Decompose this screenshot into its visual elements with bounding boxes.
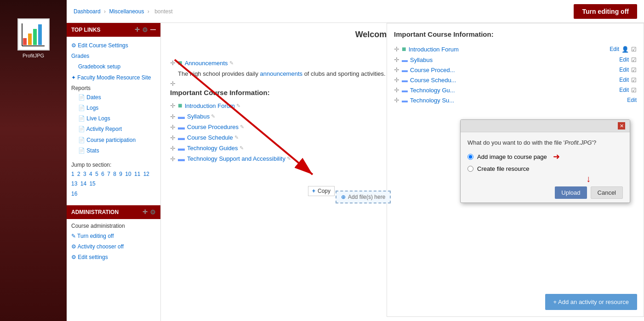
cancel-button[interactable]: Cancel bbox=[591, 186, 623, 199]
pencil-support: ✎ bbox=[287, 156, 291, 162]
pencil-schedule: ✎ bbox=[234, 135, 239, 141]
move-procedures[interactable]: ✛ bbox=[170, 124, 176, 131]
admin-header: ADMINISTRATION ✛ ⚙ bbox=[67, 205, 160, 219]
jump-label: Jump to section: bbox=[71, 162, 156, 168]
gradebook-setup-link[interactable]: Gradebook setup bbox=[71, 62, 156, 72]
breadcrumb-miscellaneous[interactable]: Miscellaneous bbox=[109, 8, 144, 15]
live-logs-link[interactable]: 📄 Live Logs bbox=[71, 113, 156, 124]
page-icon-syllabus: ▬ bbox=[178, 113, 185, 120]
collapse-icon[interactable]: — bbox=[150, 26, 156, 34]
empty-row: ✛ Edit bbox=[170, 79, 635, 89]
jump-16[interactable]: 16 bbox=[71, 191, 77, 197]
jump-7[interactable]: 7 bbox=[107, 171, 110, 177]
jump-numbers: 1 2 3 4 5 6 7 8 9 10 11 12 13 14 15 16 bbox=[71, 169, 156, 199]
svg-rect-3 bbox=[38, 24, 42, 45]
jump-4[interactable]: 4 bbox=[89, 171, 92, 177]
doc-icon-dates: 📄 bbox=[78, 94, 85, 101]
move-tech-support[interactable]: ✛ bbox=[170, 155, 176, 163]
copy-label: Copy bbox=[318, 188, 331, 194]
activity-report-link[interactable]: 📄 Activity Report bbox=[71, 124, 156, 135]
top-links-header: TOP LINKS ✛ ⚙ — bbox=[67, 23, 160, 37]
jump-3[interactable]: 3 bbox=[83, 171, 86, 177]
profit-file-icon bbox=[17, 18, 50, 51]
edit-ann-link[interactable]: Edit bbox=[616, 60, 625, 66]
dialog-header: ✕ bbox=[461, 120, 630, 132]
syllabus-link[interactable]: Syllabus bbox=[187, 113, 210, 120]
logs-link[interactable]: 📄 Logs bbox=[71, 103, 156, 113]
jump-15[interactable]: 15 bbox=[89, 180, 95, 187]
move-announcements[interactable]: ✛ bbox=[170, 59, 176, 67]
dialog-footer: ↓ Upload Cancel bbox=[461, 183, 630, 203]
dialog-close-button[interactable]: ✕ bbox=[618, 122, 625, 130]
jump-2[interactable]: 2 bbox=[77, 171, 80, 177]
jump-10[interactable]: 10 bbox=[125, 171, 131, 177]
grades-link[interactable]: Grades bbox=[71, 51, 156, 62]
turn-editing-off-button[interactable]: Turn editing off bbox=[574, 4, 637, 19]
move-icon[interactable]: ✛ bbox=[135, 26, 140, 34]
top-links-links: ⚙ Edit Course Settings Grades Gradebook … bbox=[67, 37, 160, 160]
jump-6[interactable]: 6 bbox=[101, 171, 104, 177]
announcements-link[interactable]: Announcements bbox=[185, 60, 228, 67]
page-icon-procedures: ▬ bbox=[178, 123, 185, 131]
drop-zone[interactable]: ⊕ Add file(s) here bbox=[336, 191, 391, 203]
check-intro: ☑ bbox=[629, 102, 635, 109]
important-section-title: Important Course Information: bbox=[170, 89, 635, 96]
jump-13[interactable]: 13 bbox=[71, 180, 77, 187]
syllabus-edit-controls: Edit ☑ bbox=[617, 113, 635, 120]
edit-intro-link[interactable]: Edit bbox=[608, 102, 617, 109]
create-file-radio[interactable] bbox=[467, 166, 473, 172]
jump-12[interactable]: 12 bbox=[143, 171, 149, 177]
jump-8[interactable]: 8 bbox=[113, 171, 116, 177]
move-intro-forum[interactable]: ✛ bbox=[170, 102, 176, 109]
admin-gear-icon[interactable]: ⚙ bbox=[150, 208, 156, 216]
breadcrumb-dashboard[interactable]: Dashboard bbox=[74, 8, 101, 15]
stats-link[interactable]: 📄 Stats bbox=[71, 146, 156, 156]
page-icon-tech: ▬ bbox=[178, 144, 185, 152]
move-empty[interactable]: ✛ bbox=[170, 80, 176, 87]
arrow-upload-indicator: ↓ bbox=[586, 174, 591, 184]
add-image-radio[interactable] bbox=[467, 154, 473, 160]
course-schedule-link[interactable]: Course Schedule bbox=[187, 134, 233, 141]
tech-support-link[interactable]: Technology Support and Accessibility bbox=[187, 155, 285, 162]
jump-1[interactable]: 1 bbox=[71, 171, 74, 177]
jump-11[interactable]: 11 bbox=[134, 171, 140, 177]
move-tech-guides[interactable]: ✛ bbox=[170, 145, 176, 152]
breadcrumb: Dashboard › Miscellaneous › bontest bbox=[74, 8, 175, 15]
turn-editing-off-nav-link[interactable]: ✎ Turn editing off bbox=[71, 231, 156, 242]
activity-chooser-link[interactable]: ⚙ Activity chooser off bbox=[71, 242, 156, 252]
intro-forum-link[interactable]: Introduction Forum bbox=[185, 102, 235, 109]
announcements-desc-row: ✛ The high school provides daily announc… bbox=[170, 68, 635, 79]
course-participation-link[interactable]: 📄 Course participation bbox=[71, 135, 156, 146]
edit-settings-link[interactable]: ⚙ Edit settings bbox=[71, 252, 156, 263]
jump-14[interactable]: 14 bbox=[80, 180, 86, 187]
gear-icon[interactable]: ⚙ bbox=[142, 26, 148, 34]
page-icon-schedule: ▬ bbox=[178, 134, 185, 141]
doc-icon-logs: 📄 bbox=[78, 105, 85, 111]
tech-guides-link[interactable]: Technology Guides bbox=[187, 145, 238, 152]
edit-syllabus-link[interactable]: Edit bbox=[617, 113, 627, 120]
jump-5[interactable]: 5 bbox=[95, 171, 98, 177]
edit-empty-link[interactable]: Edit bbox=[625, 80, 635, 87]
edit-pencil-ann: ✎ bbox=[229, 60, 234, 66]
jump-9[interactable]: 9 bbox=[119, 171, 122, 177]
course-procedures-link[interactable]: Course Procedures bbox=[187, 124, 239, 130]
plus-copy-icon: + bbox=[312, 188, 315, 194]
dialog-body: What do you want to do with the file 'Pr… bbox=[461, 132, 630, 183]
pencil-syllabus: ✎ bbox=[211, 113, 215, 119]
move-schedule[interactable]: ✛ bbox=[170, 134, 176, 141]
drop-plus-icon: ⊕ bbox=[341, 194, 346, 200]
desc-edit-controls: Edit bbox=[625, 70, 635, 77]
upload-button[interactable]: Upload bbox=[555, 186, 587, 199]
move-syllabus[interactable]: ✛ bbox=[170, 113, 176, 120]
faculty-moodle-link[interactable]: ✦ Faculty Moodle Resource Site bbox=[71, 73, 156, 83]
top-bar: Dashboard › Miscellaneous › bontest Turn… bbox=[67, 0, 644, 23]
announcements-description: The high school provides daily announcem… bbox=[178, 70, 386, 77]
doc-icon-stats: 📄 bbox=[78, 147, 85, 154]
pencil-tech: ✎ bbox=[239, 145, 244, 151]
add-activity-button[interactable]: + Add an activity or resource bbox=[545, 294, 637, 310]
doc-icon-live: 📄 bbox=[78, 115, 85, 122]
dates-link[interactable]: 📄 Dates bbox=[71, 92, 156, 103]
edit-course-settings-link[interactable]: ⚙ Edit Course Settings bbox=[71, 40, 156, 51]
admin-move-icon[interactable]: ✛ bbox=[142, 208, 148, 216]
edit-desc-link[interactable]: Edit bbox=[625, 70, 635, 77]
